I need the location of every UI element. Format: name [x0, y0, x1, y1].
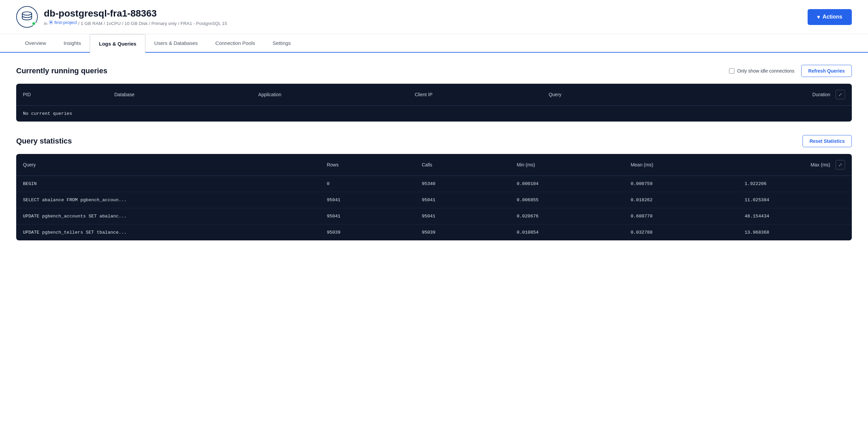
stats-cell-max: 1.922206 — [738, 176, 852, 192]
running-queries-table: PID Database Application Client IP Query… — [16, 84, 852, 122]
col-query: Query — [542, 84, 654, 106]
chevron-down-icon: ▾ — [817, 14, 820, 20]
stats-col-calls: Calls — [415, 154, 510, 176]
stats-cell-max: 11.025384 — [738, 192, 852, 208]
stats-col-max: Max (ms) ⤢ — [738, 154, 852, 176]
query-stats-title: Query statistics — [16, 137, 72, 146]
stats-row: UPDATE pgbench_tellers SET tbalance... 9… — [16, 225, 852, 241]
main-content: Currently running queries Only show idle… — [0, 53, 868, 266]
stats-cell-query: UPDATE pgbench_tellers SET tbalance... — [16, 225, 320, 241]
expand-stats-icon[interactable]: ⤢ — [836, 160, 845, 169]
stats-cell-calls: 95340 — [415, 176, 510, 192]
stats-row: BEGIN 0 95340 0.000104 0.000759 1.922206 — [16, 176, 852, 192]
stats-cell-min: 0.000104 — [510, 176, 624, 192]
stats-cell-rows: 95041 — [320, 208, 415, 225]
running-queries-empty-row: No current queries — [16, 106, 852, 122]
col-client-ip: Client IP — [408, 84, 542, 106]
col-pid: PID — [16, 84, 108, 106]
db-name: db-postgresql-fra1-88363 — [44, 8, 227, 19]
col-database: Database — [108, 84, 252, 106]
query-stats-table: Query Rows Calls Min (ms) Mean (ms) Max … — [16, 154, 852, 240]
stats-row: SELECT abalance FROM pgbench_accoun... 9… — [16, 192, 852, 208]
stats-cell-query: UPDATE pgbench_accounts SET abalanc... — [16, 208, 320, 225]
idle-connections-checkbox-label[interactable]: Only show idle connections — [729, 68, 794, 74]
project-link[interactable]: first-project — [49, 21, 78, 26]
tab-logs-queries[interactable]: Logs & Queries — [90, 34, 145, 53]
header-left: db-postgresql-fra1-88363 in first-projec… — [16, 6, 227, 28]
tab-insights[interactable]: Insights — [55, 34, 90, 52]
tab-settings[interactable]: Settings — [264, 34, 300, 52]
stats-cell-rows: 0 — [320, 176, 415, 192]
stats-cell-mean: 0.600770 — [624, 208, 738, 225]
stats-cell-mean: 0.018262 — [624, 192, 738, 208]
stats-cell-mean: 0.032788 — [624, 225, 738, 241]
stats-row: UPDATE pgbench_accounts SET abalanc... 9… — [16, 208, 852, 225]
running-queries-table-wrap: PID Database Application Client IP Query… — [16, 84, 852, 122]
svg-point-0 — [22, 12, 32, 15]
reset-statistics-button[interactable]: Reset Statistics — [803, 135, 852, 147]
col-duration: Duration ⤢ — [654, 84, 852, 106]
stats-cell-rows: 95039 — [320, 225, 415, 241]
stats-col-rows: Rows — [320, 154, 415, 176]
running-queries-title: Currently running queries — [16, 67, 107, 75]
tab-overview[interactable]: Overview — [16, 34, 55, 52]
stats-cell-query: SELECT abalance FROM pgbench_accoun... — [16, 192, 320, 208]
stats-cell-calls: 95041 — [415, 208, 510, 225]
actions-button[interactable]: ▾ Actions — [808, 9, 852, 25]
stats-col-min: Min (ms) — [510, 154, 624, 176]
stats-col-mean: Mean (ms) — [624, 154, 738, 176]
running-queries-header: Currently running queries Only show idle… — [16, 65, 852, 77]
db-icon — [16, 6, 38, 28]
idle-connections-checkbox[interactable] — [729, 68, 734, 74]
stats-cell-calls: 95041 — [415, 192, 510, 208]
stats-cell-min: 0.006855 — [510, 192, 624, 208]
expand-running-queries-icon[interactable]: ⤢ — [836, 90, 845, 99]
db-subtitle: in first-project / 1 GB RAM / 1vCPU / 10… — [44, 20, 227, 26]
online-status-dot — [32, 22, 36, 26]
query-stats-table-wrap: Query Rows Calls Min (ms) Mean (ms) Max … — [16, 154, 852, 240]
running-queries-empty-message: No current queries — [16, 106, 852, 122]
col-application: Application — [252, 84, 408, 106]
stats-cell-mean: 0.000759 — [624, 176, 738, 192]
tab-connection-pools[interactable]: Connection Pools — [206, 34, 264, 52]
tab-users-databases[interactable]: Users & Databases — [145, 34, 206, 52]
stats-cell-query: BEGIN — [16, 176, 320, 192]
header-info: db-postgresql-fra1-88363 in first-projec… — [44, 8, 227, 26]
stats-cell-min: 0.020676 — [510, 208, 624, 225]
stats-col-query: Query — [16, 154, 320, 176]
running-queries-controls: Only show idle connections Refresh Queri… — [729, 65, 852, 77]
stats-cell-calls: 95039 — [415, 225, 510, 241]
stats-cell-max: 48.154434 — [738, 208, 852, 225]
refresh-queries-button[interactable]: Refresh Queries — [801, 65, 852, 77]
page-header: db-postgresql-fra1-88363 in first-projec… — [0, 0, 868, 34]
stats-cell-max: 13.968368 — [738, 225, 852, 241]
query-stats-header: Query statistics Reset Statistics — [16, 135, 852, 147]
stats-cell-rows: 95041 — [320, 192, 415, 208]
stats-cell-min: 0.010854 — [510, 225, 624, 241]
nav-tabs: Overview Insights Logs & Queries Users &… — [0, 34, 868, 53]
